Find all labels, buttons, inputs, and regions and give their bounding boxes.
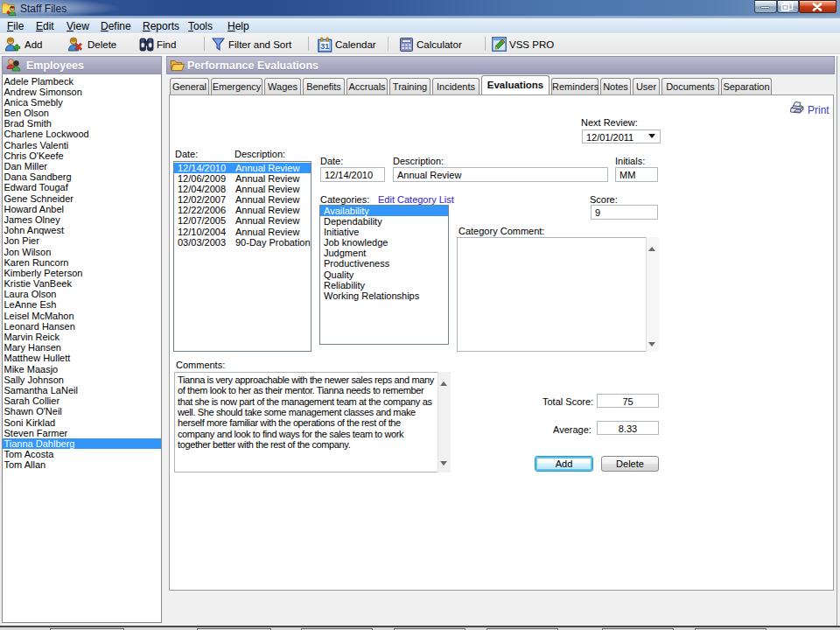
svg-text:31: 31	[320, 42, 329, 51]
